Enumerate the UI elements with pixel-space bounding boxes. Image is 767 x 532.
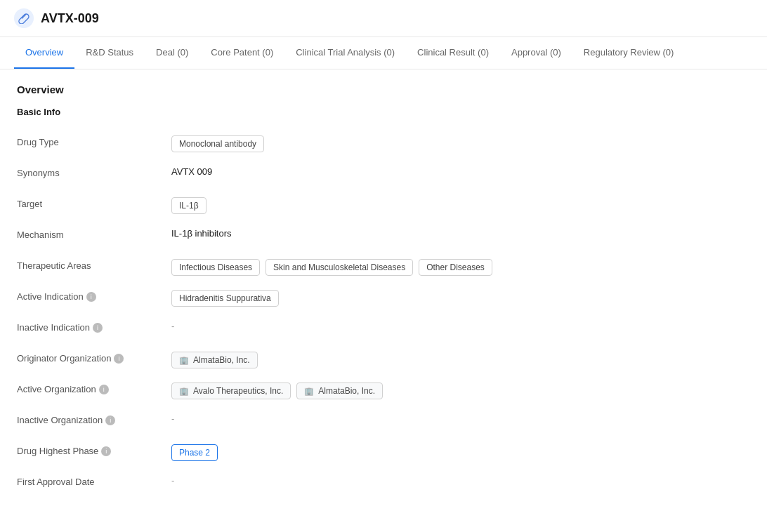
originator-org-row: Originator Organization i 🏢 AlmataBio, I… xyxy=(17,345,750,375)
first-approval-date-label: First Approval Date xyxy=(17,475,171,487)
inactive-indication-value: - xyxy=(171,321,750,331)
active-org-info-icon[interactable]: i xyxy=(99,385,109,394)
drug-highest-phase-row: Drug Highest Phase i Phase 2 xyxy=(17,437,750,468)
originator-org-label: Originator Organization i xyxy=(17,352,171,364)
tab-clinical-trial[interactable]: Clinical Trial Analysis (0) xyxy=(284,37,406,69)
drug-type-label: Drug Type xyxy=(17,135,171,147)
overview-title: Overview xyxy=(17,84,750,95)
active-indication-row: Active Indication i Hidradenitis Suppura… xyxy=(17,283,750,314)
therapeutic-areas-value: Infectious Diseases Skin and Musculoskel… xyxy=(171,259,750,276)
inactive-org-row: Inactive Organization i - xyxy=(17,406,750,437)
active-org-label: Active Organization i xyxy=(17,383,171,394)
org-building-icon: 🏢 xyxy=(179,356,189,365)
mechanism-value: IL-1β inhibitors xyxy=(171,228,750,239)
page-header: AVTX-009 xyxy=(0,0,767,37)
active-indication-info-icon[interactable]: i xyxy=(86,292,96,302)
originator-org-tag: 🏢 AlmataBio, Inc. xyxy=(171,352,258,368)
main-content: Overview Basic Info Drug Type Monoclonal… xyxy=(0,69,767,513)
synonyms-row: Synonyms AVTX 009 xyxy=(17,159,750,190)
drug-type-row: Drug Type Monoclonal antibody xyxy=(17,128,750,159)
tab-core-patent[interactable]: Core Patent (0) xyxy=(199,37,284,69)
active-org-tag-1: 🏢 AlmataBio, Inc. xyxy=(296,383,383,399)
tab-regulatory-review[interactable]: Regulatory Review (0) xyxy=(572,37,686,69)
active-org-tag-0: 🏢 Avalo Therapeutics, Inc. xyxy=(171,383,291,399)
therapeutic-area-tag-1: Skin and Musculoskeletal Diseases xyxy=(266,259,413,276)
drug-type-tag: Monoclonal antibody xyxy=(171,135,264,152)
inactive-org-label: Inactive Organization i xyxy=(17,413,171,425)
inactive-indication-info-icon[interactable]: i xyxy=(93,323,103,333)
phase-tag: Phase 2 xyxy=(171,444,218,461)
therapeutic-areas-row: Therapeutic Areas Infectious Diseases Sk… xyxy=(17,252,750,283)
mechanism-row: Mechanism IL-1β inhibitors xyxy=(17,221,750,252)
mechanism-label: Mechanism xyxy=(17,228,171,240)
first-approval-date-row: First Approval Date - xyxy=(17,468,750,499)
active-indication-label: Active Indication i xyxy=(17,290,171,302)
therapeutic-area-tag-0: Infectious Diseases xyxy=(171,259,260,276)
first-approval-date-value: - xyxy=(171,475,750,486)
synonyms-value: AVTX 009 xyxy=(171,166,750,177)
target-tag: IL-1β xyxy=(171,197,206,214)
org-building-icon-0: 🏢 xyxy=(179,387,189,396)
drug-highest-phase-label: Drug Highest Phase i xyxy=(17,444,171,456)
basic-info-title: Basic Info xyxy=(17,107,750,117)
therapeutic-area-tag-2: Other Diseases xyxy=(419,259,492,276)
drug-type-value: Monoclonal antibody xyxy=(171,135,750,152)
originator-org-info-icon[interactable]: i xyxy=(114,354,124,364)
target-value: IL-1β xyxy=(171,197,750,214)
tab-deal[interactable]: Deal (0) xyxy=(145,37,199,69)
therapeutic-areas-label: Therapeutic Areas xyxy=(17,259,171,271)
page-title: AVTX-009 xyxy=(41,11,99,26)
drug-highest-phase-value: Phase 2 xyxy=(171,444,750,461)
originator-org-value: 🏢 AlmataBio, Inc. xyxy=(171,352,750,368)
drug-icon xyxy=(14,8,34,28)
active-org-row: Active Organization i 🏢 Avalo Therapeuti… xyxy=(17,375,750,406)
tab-bar: Overview R&D Status Deal (0) Core Patent… xyxy=(0,37,767,69)
inactive-org-info-icon[interactable]: i xyxy=(105,415,115,425)
inactive-indication-row: Inactive Indication i - xyxy=(17,314,750,345)
inactive-org-value: - xyxy=(171,413,750,424)
drug-highest-phase-info-icon[interactable]: i xyxy=(101,446,111,456)
active-indication-tag: Hidradenitis Suppurativa xyxy=(171,290,279,307)
tab-clinical-result[interactable]: Clinical Result (0) xyxy=(406,37,500,69)
target-label: Target xyxy=(17,197,171,209)
org-building-icon-1: 🏢 xyxy=(304,387,314,396)
target-row: Target IL-1β xyxy=(17,190,750,221)
tab-rd-status[interactable]: R&D Status xyxy=(74,37,145,69)
synonyms-label: Synonyms xyxy=(17,166,171,178)
inactive-indication-label: Inactive Indication i xyxy=(17,321,171,333)
active-org-value: 🏢 Avalo Therapeutics, Inc. 🏢 AlmataBio, … xyxy=(171,383,750,399)
active-indication-value: Hidradenitis Suppurativa xyxy=(171,290,750,307)
tab-approval[interactable]: Approval (0) xyxy=(500,37,572,69)
tab-overview[interactable]: Overview xyxy=(14,37,74,69)
